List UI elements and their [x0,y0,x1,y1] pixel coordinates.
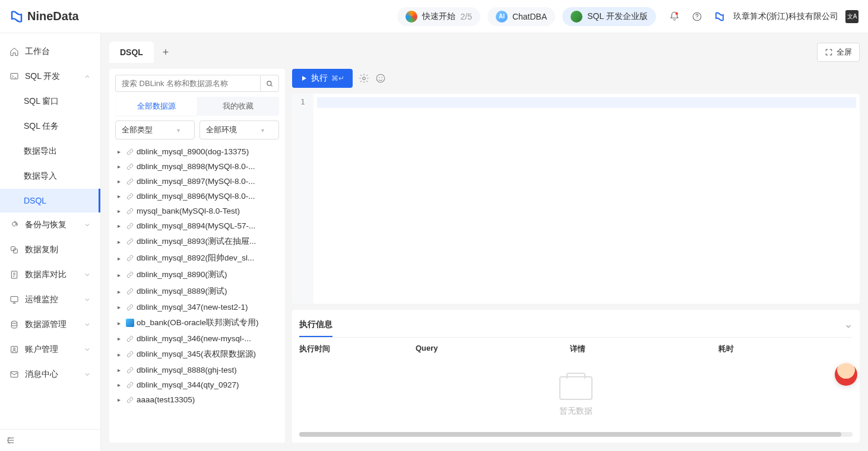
tree-caret-icon: ▸ [118,351,123,358]
tree-item[interactable]: ▸dblink_mysql_344(qty_0927) [115,377,279,392]
tree-item[interactable]: ▸dblink_mysql_8900(dog-13375) [115,144,279,159]
help-icon[interactable] [692,11,702,22]
sidebar-item-sql-window[interactable]: SQL 窗口 [0,89,100,114]
sidebar-item-backup[interactable]: 备份与恢复 [0,212,100,237]
tree-item[interactable]: ▸dblink_mysql_345(表权限数据源) [115,346,279,363]
sidebar-item-datasource-mgmt[interactable]: 数据源管理 [0,312,100,337]
sidebar-item-sql-task[interactable]: SQL 任务 [0,114,100,139]
col-detail: 详情 [570,344,718,354]
search-button[interactable] [260,75,279,92]
smile-icon[interactable] [375,73,386,84]
edition-pill[interactable]: SQL 开发企业版 [562,7,655,26]
tree-item[interactable]: ▸dblink_mysql_8894(MySQL-57-... [115,218,279,233]
sidebar: 工作台 SQL 开发 SQL 窗口 SQL 任务 数据导出 数据导入 DSQL … [0,33,101,451]
sidebar-item-dsql[interactable]: DSQL [0,189,100,212]
org-name[interactable]: 玖章算术(浙江)科技有限公司 [733,11,838,22]
settings-icon[interactable] [359,73,369,84]
monitor-icon [9,295,19,304]
tree-item-label: dblink_mysql_8897(MySQl-8.0-... [137,177,255,186]
chatdba-label: ChatDBA [512,12,547,21]
sidebar-item-label: SQL 开发 [25,71,60,82]
tree-item[interactable]: ▸dblink_mysql_8889(测试) [115,283,279,300]
tree-item[interactable]: ▸dblink_mysql_8897(MySQl-8.0-... [115,174,279,189]
sql-editor[interactable]: 1 [292,94,860,304]
results-scrollbar[interactable] [299,432,853,437]
sidebar-item-account[interactable]: 账户管理 [0,337,100,362]
select-value: 全部环境 [206,125,237,135]
tree-item-label: dblink_mysql_346(new-mysql-... [137,334,251,343]
link-icon [126,148,134,156]
tree-item[interactable]: ▸dblink_mysql_346(new-mysql-... [115,331,279,346]
editor-gutter: 1 [292,94,313,304]
svg-point-7 [11,321,17,323]
notification-icon[interactable] [669,11,680,22]
tab-add-button[interactable]: + [156,42,175,63]
link-icon [126,207,134,215]
tree-item[interactable]: ▸ob_bank(OB-oracle联邦测试专用) [115,315,279,331]
tab-dsql[interactable]: DSQL [109,42,154,63]
svg-rect-3 [11,247,15,251]
replication-icon [9,245,19,255]
link-icon [126,237,134,246]
filter-type-select[interactable]: 全部类型 ▾ [115,120,195,139]
run-button[interactable]: 执行 ⌘↵ [292,69,353,88]
sidebar-item-ops[interactable]: 运维监控 [0,287,100,312]
tree-caret-icon: ▸ [118,208,123,214]
sidebar-item-label: 账户管理 [25,344,58,355]
tree-item[interactable]: ▸dblink_mysql_8890(测试) [115,266,279,283]
tree-item[interactable]: ▸mysql_bank(MySQl-8.0-Test) [115,204,279,218]
tree-item-label: dblink_mysql_347(new-test2-1) [137,303,248,312]
active-line [317,97,856,108]
results-collapse-button[interactable] [844,322,853,331]
sidebar-collapse-button[interactable] [0,429,100,451]
chevron-down-icon [84,271,91,278]
link-icon [126,254,134,262]
col-exec-time: 执行时间 [299,344,416,354]
tree-caret-icon: ▸ [118,148,123,155]
sidebar-item-message[interactable]: 消息中心 [0,362,100,387]
fullscreen-button[interactable]: 全屏 [817,43,860,62]
tree-item[interactable]: ▸dblink_mysql_8896(MySQl-8.0-... [115,189,279,204]
sidebar-item-data-export[interactable]: 数据导出 [0,139,100,164]
svg-point-13 [376,74,385,82]
language-switcher[interactable]: 文A [845,10,859,23]
tree-item[interactable]: ▸dblink_mysql_347(new-test2-1) [115,300,279,315]
tree-item[interactable]: ▸dblink_mysql_8888(ghj-test) [115,363,279,377]
support-avatar-button[interactable] [835,363,857,386]
tree-item[interactable]: ▸dblink_mysql_8893(测试在抽屉... [115,233,279,250]
tree-item[interactable]: ▸aaaa(test13305) [115,392,279,407]
account-icon [9,345,19,354]
sidebar-item-label: 备份与恢复 [25,220,66,230]
chevron-down-icon [844,322,853,331]
datasource-tree-panel: 全部数据源 我的收藏 全部类型 ▾ 全部环境 ▾ ▸dblink_mysql_8… [109,69,285,443]
empty-inbox-icon [559,376,593,400]
sidebar-item-compare[interactable]: 数据库对比 [0,262,100,287]
tree-item[interactable]: ▸dblink_mysql_8898(MySQl-8.0-... [115,159,279,174]
code-area[interactable] [313,94,860,304]
results-tab-info[interactable]: 执行信息 [299,316,332,337]
col-duration: 耗时 [718,344,853,354]
chevron-down-icon [84,346,91,353]
brand-logo[interactable]: NineData [9,9,79,24]
chevron-down-icon: ▾ [261,127,264,134]
compare-icon [9,270,19,280]
sidebar-item-sql-dev[interactable]: SQL 开发 [0,64,100,89]
tab-all-datasources[interactable]: 全部数据源 [115,97,197,116]
sidebar-item-replication[interactable]: 数据复制 [0,237,100,262]
tree-item[interactable]: ▸dblink_mysql_8892(阳帅dev_sl... [115,250,279,266]
editor-tabs-bar: DSQL + 全屏 [109,42,860,63]
svg-point-11 [267,81,271,85]
tab-favorites[interactable]: 我的收藏 [197,97,279,116]
results-panel: 执行信息 执行时间 Query 详情 耗时 暂无数据 [292,310,860,443]
chevron-down-icon [84,221,91,228]
sidebar-item-workspace[interactable]: 工作台 [0,39,100,64]
sidebar-item-data-import[interactable]: 数据导入 [0,164,100,189]
terminal-icon [9,72,19,81]
datasource-search-input[interactable] [115,75,260,92]
filter-env-select[interactable]: 全部环境 ▾ [199,120,279,139]
editor-panel: 执行 ⌘↵ 1 执行信息 [292,69,860,443]
quickstart-pill[interactable]: 快速开始 2/5 [397,7,480,26]
chatdba-pill[interactable]: AI ChatDBA [487,7,555,26]
datasource-tree: ▸dblink_mysql_8900(dog-13375)▸dblink_mys… [115,144,279,437]
editor-toolbar: 执行 ⌘↵ [292,69,860,88]
